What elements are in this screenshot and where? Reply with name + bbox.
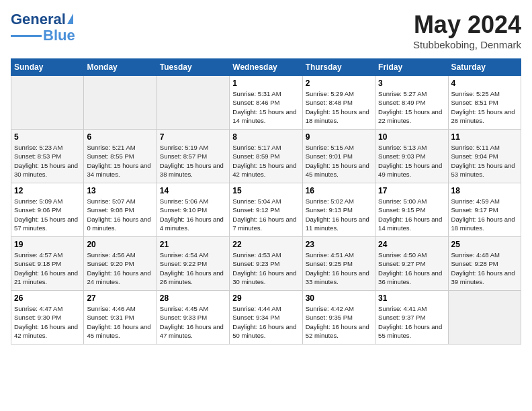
day-info: Sunrise: 5:19 AMSunset: 8:57 PMDaylight:… [160,143,226,179]
calendar-cell: 9Sunrise: 5:15 AMSunset: 9:01 PMDaylight… [302,130,375,183]
calendar-cell: 20Sunrise: 4:56 AMSunset: 9:20 PMDayligh… [84,237,157,291]
day-number: 5 [14,132,81,142]
calendar-cell: 17Sunrise: 5:00 AMSunset: 9:15 PMDayligh… [375,183,448,237]
day-info: Sunrise: 4:41 AMSunset: 9:37 PMDaylight:… [378,304,445,340]
day-number: 17 [378,186,445,195]
calendar-cell: 21Sunrise: 4:54 AMSunset: 9:22 PMDayligh… [157,237,229,291]
logo-line [11,35,42,37]
calendar-header-row: SundayMondayTuesdayWednesdayThursdayFrid… [11,59,521,76]
calendar-cell: 13Sunrise: 5:07 AMSunset: 9:08 PMDayligh… [84,183,157,237]
calendar-cell: 5Sunrise: 5:23 AMSunset: 8:53 PMDaylight… [11,130,84,183]
day-number: 23 [306,240,372,249]
day-info: Sunrise: 4:46 AMSunset: 9:31 PMDaylight:… [87,304,153,340]
day-info: Sunrise: 5:21 AMSunset: 8:55 PMDaylight:… [87,143,153,179]
day-number: 19 [14,240,81,249]
day-info: Sunrise: 4:54 AMSunset: 9:22 PMDaylight:… [160,250,226,286]
day-number: 31 [378,293,445,303]
day-number: 13 [87,186,153,195]
day-info: Sunrise: 5:31 AMSunset: 8:46 PMDaylight:… [232,89,299,125]
calendar-cell [84,76,157,130]
day-number: 25 [451,240,518,249]
day-info: Sunrise: 4:48 AMSunset: 9:28 PMDaylight:… [451,250,518,286]
month-title: May 2024 [413,11,521,39]
logo-triangle-icon [67,13,73,24]
calendar-cell: 25Sunrise: 4:48 AMSunset: 9:28 PMDayligh… [448,237,521,291]
calendar-cell: 1Sunrise: 5:31 AMSunset: 8:46 PMDaylight… [230,76,302,130]
calendar-cell: 7Sunrise: 5:19 AMSunset: 8:57 PMDaylight… [157,130,229,183]
title-block: May 2024 Stubbekobing, Denmark [413,11,521,50]
calendar-cell: 6Sunrise: 5:21 AMSunset: 8:55 PMDaylight… [84,130,157,183]
calendar-cell: 12Sunrise: 5:09 AMSunset: 9:06 PMDayligh… [11,183,84,237]
calendar-cell [157,76,229,130]
calendar-week-row: 19Sunrise: 4:57 AMSunset: 9:18 PMDayligh… [11,237,521,291]
calendar-cell: 10Sunrise: 5:13 AMSunset: 9:03 PMDayligh… [375,130,448,183]
calendar-cell: 28Sunrise: 4:45 AMSunset: 9:33 PMDayligh… [157,291,229,345]
weekday-header: Wednesday [230,59,302,76]
day-info: Sunrise: 5:11 AMSunset: 9:04 PMDaylight:… [451,143,518,179]
day-number: 11 [451,132,518,142]
day-number: 3 [378,79,445,88]
day-info: Sunrise: 5:13 AMSunset: 9:03 PMDaylight:… [378,143,445,179]
day-number: 22 [232,240,299,249]
day-number: 12 [14,186,81,195]
calendar-cell: 3Sunrise: 5:27 AMSunset: 8:49 PMDaylight… [375,76,448,130]
day-number: 16 [306,186,372,195]
day-number: 27 [87,293,153,303]
day-info: Sunrise: 4:44 AMSunset: 9:34 PMDaylight:… [232,304,299,340]
calendar-table: SundayMondayTuesdayWednesdayThursdayFrid… [11,58,521,345]
day-info: Sunrise: 4:50 AMSunset: 9:27 PMDaylight:… [378,250,445,286]
day-info: Sunrise: 5:29 AMSunset: 8:48 PMDaylight:… [306,89,372,125]
day-number: 18 [451,186,518,195]
day-number: 7 [160,132,226,142]
calendar-cell [11,76,84,130]
day-number: 10 [378,132,445,142]
calendar-week-row: 12Sunrise: 5:09 AMSunset: 9:06 PMDayligh… [11,183,521,237]
day-info: Sunrise: 4:57 AMSunset: 9:18 PMDaylight:… [14,250,81,286]
day-number: 2 [306,79,372,88]
day-info: Sunrise: 5:23 AMSunset: 8:53 PMDaylight:… [14,143,81,179]
calendar-week-row: 1Sunrise: 5:31 AMSunset: 8:46 PMDaylight… [11,76,521,130]
day-number: 9 [306,132,372,142]
calendar-cell: 22Sunrise: 4:53 AMSunset: 9:23 PMDayligh… [230,237,302,291]
calendar-cell: 27Sunrise: 4:46 AMSunset: 9:31 PMDayligh… [84,291,157,345]
calendar-cell: 18Sunrise: 4:59 AMSunset: 9:17 PMDayligh… [448,183,521,237]
weekday-header: Tuesday [157,59,229,76]
day-info: Sunrise: 5:06 AMSunset: 9:10 PMDaylight:… [160,197,226,232]
day-number: 15 [232,186,299,195]
day-number: 21 [160,240,226,249]
calendar-cell: 26Sunrise: 4:47 AMSunset: 9:30 PMDayligh… [11,291,84,345]
calendar-cell: 19Sunrise: 4:57 AMSunset: 9:18 PMDayligh… [11,237,84,291]
logo-general: General [11,11,66,28]
day-info: Sunrise: 5:09 AMSunset: 9:06 PMDaylight:… [14,197,81,232]
calendar-cell: 30Sunrise: 4:42 AMSunset: 9:35 PMDayligh… [302,291,375,345]
calendar-cell: 4Sunrise: 5:25 AMSunset: 8:51 PMDaylight… [448,76,521,130]
day-info: Sunrise: 5:17 AMSunset: 8:59 PMDaylight:… [232,143,299,179]
day-number: 29 [232,293,299,303]
day-info: Sunrise: 4:45 AMSunset: 9:33 PMDaylight:… [160,304,226,340]
day-number: 1 [232,79,299,88]
calendar-cell: 31Sunrise: 4:41 AMSunset: 9:37 PMDayligh… [375,291,448,345]
day-info: Sunrise: 5:04 AMSunset: 9:12 PMDaylight:… [232,197,299,232]
calendar-cell: 24Sunrise: 4:50 AMSunset: 9:27 PMDayligh… [375,237,448,291]
calendar-week-row: 5Sunrise: 5:23 AMSunset: 8:53 PMDaylight… [11,130,521,183]
day-info: Sunrise: 4:53 AMSunset: 9:23 PMDaylight:… [232,250,299,286]
day-number: 8 [232,132,299,142]
weekday-header: Thursday [302,59,375,76]
day-number: 28 [160,293,226,303]
day-number: 20 [87,240,153,249]
calendar-cell: 15Sunrise: 5:04 AMSunset: 9:12 PMDayligh… [230,183,302,237]
calendar-week-row: 26Sunrise: 4:47 AMSunset: 9:30 PMDayligh… [11,291,521,345]
calendar-cell: 16Sunrise: 5:02 AMSunset: 9:13 PMDayligh… [302,183,375,237]
day-info: Sunrise: 5:27 AMSunset: 8:49 PMDaylight:… [378,89,445,125]
calendar-cell: 23Sunrise: 4:51 AMSunset: 9:25 PMDayligh… [302,237,375,291]
day-info: Sunrise: 5:15 AMSunset: 9:01 PMDaylight:… [306,143,372,179]
day-info: Sunrise: 5:07 AMSunset: 9:08 PMDaylight:… [87,197,153,232]
day-number: 6 [87,132,153,142]
logo: General Blue [11,11,75,44]
logo-blue: Blue [43,27,75,44]
day-info: Sunrise: 5:02 AMSunset: 9:13 PMDaylight:… [306,197,372,232]
weekday-header: Saturday [448,59,521,76]
day-info: Sunrise: 5:25 AMSunset: 8:51 PMDaylight:… [451,89,518,125]
calendar-cell [448,291,521,345]
calendar-cell: 8Sunrise: 5:17 AMSunset: 8:59 PMDaylight… [230,130,302,183]
